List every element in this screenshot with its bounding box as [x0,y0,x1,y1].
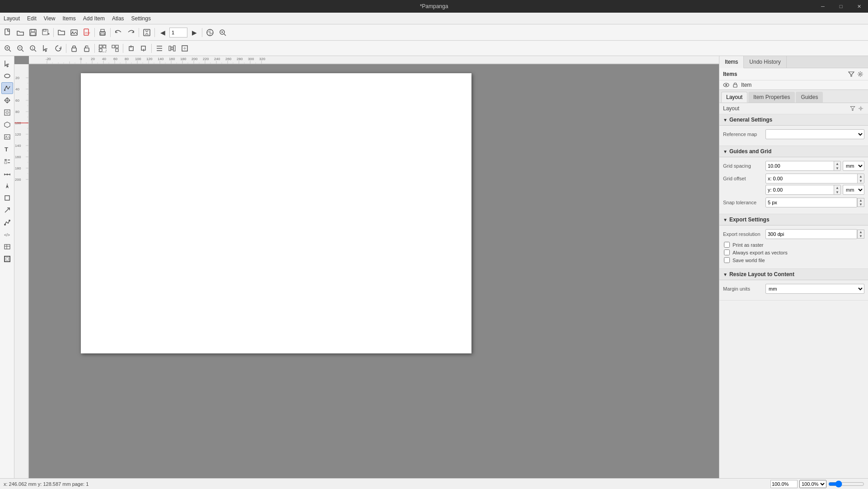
item-lock-icon[interactable] [732,82,738,88]
undo-button[interactable] [112,27,124,38]
tool-add-table[interactable] [1,241,13,253]
tab-undo-history[interactable]: Undo History [744,56,786,68]
save-button[interactable] [27,27,39,38]
tool-add-scalebar[interactable] [1,168,13,179]
grid-spacing-input[interactable] [766,161,834,170]
grid-offset-x-input[interactable] [766,174,857,183]
next-page-button[interactable]: ▶ [188,27,200,38]
raise-button[interactable] [125,42,137,54]
zoom-input[interactable] [770,480,798,488]
tool-add-map[interactable] [1,107,13,118]
tab-items[interactable]: Items [719,56,744,68]
snap-up[interactable]: ▲ [858,198,864,202]
unlock-all-button[interactable] [81,42,93,54]
menu-items[interactable]: Items [59,14,79,24]
tool-add-html[interactable]: </> [1,229,13,240]
canvas-viewport[interactable] [29,64,719,478]
menu-add-item[interactable]: Add Item [79,14,108,24]
align-button[interactable] [154,42,165,54]
tool-move-content[interactable] [1,94,13,106]
lock-all-button[interactable] [68,42,80,54]
page-canvas[interactable] [81,73,471,353]
props-filter-btn[interactable] [849,105,856,112]
menu-view[interactable]: View [40,14,59,24]
tool-add-legend[interactable] [1,155,13,167]
tool-add-image[interactable] [1,131,13,143]
filter-items-button[interactable] [847,70,855,78]
export-folder-button[interactable] [56,27,67,38]
tool-add-frame[interactable] [1,253,13,265]
tool-ellipse[interactable] [1,70,13,82]
margin-units-select[interactable]: mm cm in [765,284,864,294]
ungroup-button[interactable] [109,42,121,54]
print-button[interactable] [97,27,108,38]
grid-offset-x-down[interactable]: ▼ [858,179,864,183]
new-button[interactable] [2,27,14,38]
tool-add-north[interactable]: N [1,180,13,192]
grid-spacing-down[interactable]: ▼ [834,166,840,170]
redo-button[interactable] [125,27,137,38]
group-button[interactable] [97,42,108,54]
zoom-select[interactable]: 100.0% 50% 200% [799,480,826,488]
canvas-area[interactable]: -20 0 20 40 60 80 100 120 140 160 180 20… [14,56,719,478]
atlas-preview-button[interactable] [204,27,216,38]
menu-atlas[interactable]: Atlas [108,14,128,24]
minimize-button[interactable]: ─ [814,0,832,13]
grid-offset-y-up[interactable]: ▲ [834,185,840,190]
section-general-header[interactable]: ▼ General Settings [719,114,868,126]
tool-add-3dmap[interactable] [1,119,13,131]
tool-add-node[interactable] [1,216,13,228]
items-settings-button[interactable] [856,70,864,78]
tool-add-label[interactable]: T [1,143,13,155]
reference-map-select[interactable] [765,129,864,139]
section-guides-header[interactable]: ▼ Guides and Grid [719,146,868,157]
export-pdf-button[interactable]: PDF [81,27,93,38]
item-row-item[interactable]: Item [719,80,868,89]
props-settings-btn[interactable] [857,105,864,112]
props-tab-item-properties[interactable]: Item Properties [748,92,795,103]
menu-edit[interactable]: Edit [23,14,40,24]
distribute-button[interactable] [166,42,178,54]
select-button[interactable] [40,42,51,54]
export-res-up[interactable]: ▲ [858,230,864,234]
grid-offset-unit[interactable]: mm cm [843,185,864,195]
zoom-tool-button[interactable] [217,27,229,38]
props-tab-guides[interactable]: Guides [796,92,823,103]
export-image-button[interactable] [68,27,80,38]
grid-offset-y-input[interactable] [766,185,834,194]
section-resize-header[interactable]: ▼ Resize Layout to Content [719,269,868,280]
tool-select[interactable] [1,58,13,70]
menu-layout[interactable]: Layout [0,14,23,24]
page-input[interactable] [169,28,187,38]
save-as-button[interactable] [40,27,51,38]
tool-add-shape[interactable] [1,192,13,204]
always-export-vectors-check[interactable] [724,249,730,255]
snap-down[interactable]: ▼ [858,202,864,207]
tool-node-edit[interactable] [1,82,13,94]
grid-offset-x-up[interactable]: ▲ [858,174,864,179]
grid-spacing-unit[interactable]: mm cm in [843,161,864,171]
zoom-full-button[interactable] [141,27,153,38]
item-visibility-icon[interactable] [723,82,729,88]
grid-spacing-up[interactable]: ▲ [834,161,840,166]
open-button[interactable] [14,27,26,38]
save-world-file-check[interactable] [724,257,730,263]
resize-to-content-button[interactable] [179,42,191,54]
menu-settings[interactable]: Settings [128,14,154,24]
section-export-header[interactable]: ▼ Export Settings [719,214,868,226]
lower-button[interactable] [138,42,149,54]
snap-tolerance-input[interactable] [765,197,857,207]
zoom-1-button[interactable]: 1 [27,42,39,54]
tool-add-arrow[interactable] [1,204,13,216]
maximize-button[interactable]: □ [832,0,850,13]
zoom-out-button[interactable] [14,42,26,54]
zoom-in-button[interactable] [2,42,14,54]
refresh-button[interactable] [52,42,64,54]
export-res-down[interactable]: ▼ [858,234,864,238]
grid-offset-y-down[interactable]: ▼ [834,190,840,194]
props-tab-layout[interactable]: Layout [721,92,747,103]
zoom-slider[interactable] [828,480,864,488]
export-resolution-input[interactable] [765,229,857,239]
close-button[interactable]: ✕ [850,0,868,13]
prev-page-button[interactable]: ◀ [157,27,168,38]
